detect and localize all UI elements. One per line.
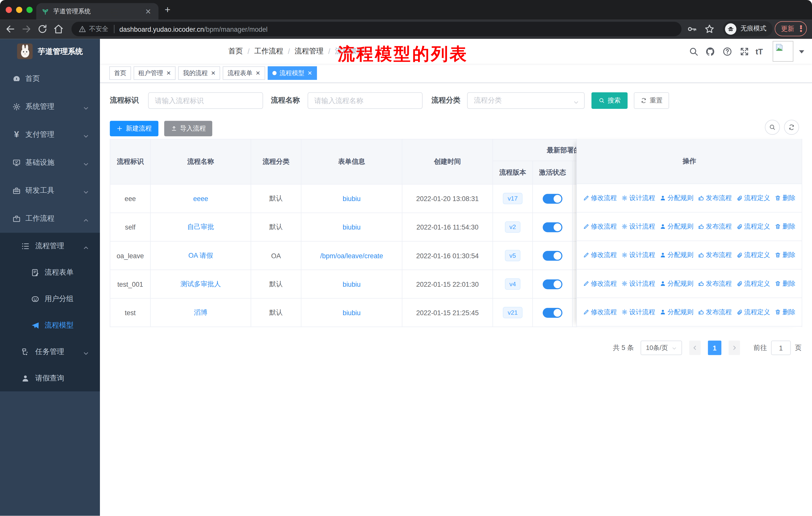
breadcrumb-item[interactable]: 工作流程 xyxy=(254,47,283,56)
refresh-icon-button[interactable] xyxy=(784,120,799,135)
delete-action[interactable]: 删除 xyxy=(775,251,795,260)
sidebar-item-leave-query[interactable]: 请假查询 xyxy=(0,365,100,391)
assign-rule-action[interactable]: 分配规则 xyxy=(660,308,693,317)
process-key-input[interactable] xyxy=(148,92,263,109)
design-process-action[interactable]: 设计流程 xyxy=(621,279,655,288)
fullscreen-icon[interactable] xyxy=(740,47,749,56)
process-definition-action[interactable]: 流程定义 xyxy=(736,279,770,288)
macos-close-button[interactable] xyxy=(6,7,12,13)
publish-process-action[interactable]: 发布流程 xyxy=(698,251,732,260)
process-definition-action[interactable]: 流程定义 xyxy=(736,222,770,231)
form-info-link[interactable]: biubiu xyxy=(343,195,360,202)
process-name-input-field[interactable] xyxy=(314,97,416,105)
active-toggle[interactable] xyxy=(543,308,562,318)
sidebar-item-task-manage[interactable]: 任务管理 xyxy=(0,338,100,365)
macos-zoom-button[interactable] xyxy=(26,7,33,13)
forward-icon[interactable] xyxy=(21,24,31,34)
github-icon[interactable] xyxy=(705,47,715,56)
form-info-link[interactable]: biubiu xyxy=(343,223,360,231)
tag-close-icon[interactable]: ✕ xyxy=(256,70,260,76)
delete-action[interactable]: 删除 xyxy=(775,222,795,231)
sidebar-item-payment[interactable]: ¥ 支付管理 xyxy=(0,121,100,148)
current-page-button[interactable]: 1 xyxy=(708,341,721,355)
password-key-icon[interactable] xyxy=(687,24,697,34)
design-process-action[interactable]: 设计流程 xyxy=(621,193,655,202)
process-name-link[interactable]: 自己审批 xyxy=(187,223,214,231)
publish-process-action[interactable]: 发布流程 xyxy=(698,279,732,288)
new-tab-button[interactable]: + xyxy=(165,4,170,16)
form-info-link[interactable]: /bpm/oa/leave/create xyxy=(320,252,383,260)
process-name-input[interactable] xyxy=(308,92,423,109)
process-name-link[interactable]: OA 请假 xyxy=(188,251,213,259)
view-tag-process-form[interactable]: 流程表单 ✕ xyxy=(223,66,265,80)
assign-rule-action[interactable]: 分配规则 xyxy=(660,222,693,231)
sidebar-brand[interactable]: 芋道管理系统 xyxy=(0,39,100,64)
publish-process-action[interactable]: 发布流程 xyxy=(698,222,732,231)
sidebar-item-user-group[interactable]: 用户分组 xyxy=(0,286,100,312)
avatar-caret-icon[interactable] xyxy=(799,50,805,53)
browser-update-button[interactable]: 更新 ••• xyxy=(775,21,807,36)
security-label[interactable]: 不安全 xyxy=(89,25,109,33)
address-bar[interactable]: 不安全 dashboard.yudao.iocoder.cn/bpm/manag… xyxy=(71,22,682,36)
process-definition-action[interactable]: 流程定义 xyxy=(736,308,770,317)
sidebar-item-process-manage[interactable]: 流程管理 xyxy=(0,233,100,259)
reload-icon[interactable] xyxy=(37,24,48,34)
sidebar-item-process-model[interactable]: 流程模型 xyxy=(0,312,100,338)
assign-rule-action[interactable]: 分配规则 xyxy=(660,193,693,202)
user-avatar[interactable] xyxy=(773,41,793,62)
modify-process-action[interactable]: 修改流程 xyxy=(583,251,617,260)
sidebar-item-system[interactable]: 系统管理 xyxy=(0,93,100,121)
breadcrumb-item[interactable]: 首页 xyxy=(228,47,243,56)
browser-tab[interactable]: 芋道管理系统 ✕ xyxy=(36,3,158,20)
publish-process-action[interactable]: 发布流程 xyxy=(698,193,732,202)
delete-action[interactable]: 删除 xyxy=(775,308,795,317)
reset-button[interactable]: 重置 xyxy=(634,92,669,109)
modify-process-action[interactable]: 修改流程 xyxy=(583,222,617,231)
toggle-search-icon-button[interactable] xyxy=(765,120,780,135)
font-size-icon[interactable]: tT xyxy=(756,47,763,56)
active-toggle[interactable] xyxy=(543,279,562,289)
delete-action[interactable]: 删除 xyxy=(775,279,795,288)
assign-rule-action[interactable]: 分配规则 xyxy=(660,279,693,288)
browser-menu-icon[interactable]: ••• xyxy=(800,25,802,32)
page-size-select[interactable]: 10条/页 xyxy=(641,341,682,355)
help-icon[interactable] xyxy=(722,47,732,56)
form-info-link[interactable]: biubiu xyxy=(343,309,360,317)
search-button[interactable]: 搜索 xyxy=(591,92,628,109)
publish-process-action[interactable]: 发布流程 xyxy=(698,308,732,317)
form-info-link[interactable]: biubiu xyxy=(343,280,360,288)
sidebar-item-workflow[interactable]: 工作流程 xyxy=(0,205,100,233)
search-icon[interactable] xyxy=(689,47,698,56)
sidebar-item-devtools[interactable]: 研发工具 xyxy=(0,177,100,205)
goto-page-input[interactable] xyxy=(771,341,791,355)
tag-close-icon[interactable]: ✕ xyxy=(166,70,171,76)
category-select[interactable]: 流程分类 xyxy=(467,92,585,109)
import-process-button[interactable]: 导入流程 xyxy=(164,121,212,136)
modify-process-action[interactable]: 修改流程 xyxy=(583,308,617,317)
active-toggle[interactable] xyxy=(543,222,562,232)
bookmark-star-icon[interactable] xyxy=(704,24,715,34)
view-tag-my-process[interactable]: 我的流程 ✕ xyxy=(178,66,220,80)
view-tag-tenant[interactable]: 租户管理 ✕ xyxy=(134,66,176,80)
process-name-link[interactable]: eeee xyxy=(193,195,208,202)
design-process-action[interactable]: 设计流程 xyxy=(621,251,655,260)
modify-process-action[interactable]: 修改流程 xyxy=(583,279,617,288)
prev-page-button[interactable] xyxy=(689,341,700,355)
process-key-input-field[interactable] xyxy=(155,97,256,105)
active-toggle[interactable] xyxy=(543,251,562,261)
tag-close-icon[interactable]: ✕ xyxy=(211,70,216,76)
tag-close-icon[interactable]: ✕ xyxy=(307,70,312,76)
home-icon[interactable] xyxy=(53,24,64,34)
breadcrumb-item[interactable]: 流程管理 xyxy=(294,47,323,56)
back-icon[interactable] xyxy=(5,24,16,34)
design-process-action[interactable]: 设计流程 xyxy=(621,222,655,231)
active-toggle[interactable] xyxy=(543,193,562,203)
create-process-button[interactable]: 新建流程 xyxy=(110,121,158,136)
delete-action[interactable]: 删除 xyxy=(775,193,795,202)
process-name-link[interactable]: 测试多审批人 xyxy=(180,280,221,288)
process-definition-action[interactable]: 流程定义 xyxy=(736,193,770,202)
process-definition-action[interactable]: 流程定义 xyxy=(736,251,770,260)
design-process-action[interactable]: 设计流程 xyxy=(621,308,655,317)
sidebar-item-process-form[interactable]: 流程表单 xyxy=(0,259,100,286)
sidebar-collapse-icon[interactable] xyxy=(109,7,119,18)
